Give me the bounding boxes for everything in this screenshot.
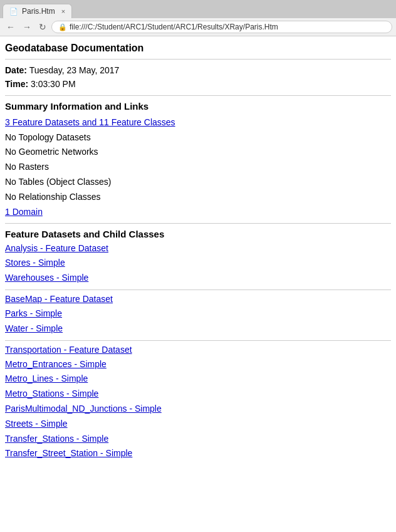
child-transfer-street-station[interactable]: Transfer_Street_Station - Simple [5,446,391,461]
address-text: file:///C:/Student/ARC1/Student/ARC1/Res… [70,23,278,31]
child-stores[interactable]: Stores - Simple [5,256,391,271]
browser-chrome: 📄 Paris.Htm × ← → ↻ 🔒 file:///C:/Student… [0,0,396,36]
summary-item-tables: No Tables (Object Classes) [5,177,111,187]
dataset-analysis: Analysis - Feature Dataset Stores - Simp… [5,243,391,286]
analysis-children: Stores - Simple Warehouses - Simple [5,256,391,286]
tab-close-button[interactable]: × [61,8,65,15]
summary-link-domain[interactable]: 1 Domain [5,207,43,217]
feature-section-title: Feature Datasets and Child Classes [5,229,391,239]
divider-1 [5,59,391,60]
divider-4 [5,289,391,290]
child-streets[interactable]: Streets - Simple [5,417,391,432]
forward-button[interactable]: → [20,21,34,33]
date-row: Date: Tuesday, 23 May, 2017 [5,63,391,77]
transportation-children: Metro_Entrances - Simple Metro_Lines - S… [5,357,391,462]
summary-link-feature-datasets[interactable]: 3 Feature Datasets and 11 Feature Classe… [5,117,175,127]
dataset-transportation-link[interactable]: Transportation - Feature Dataset [5,345,391,355]
dataset-analysis-link[interactable]: Analysis - Feature Dataset [5,243,391,253]
date-value: Tuesday, 23 May, 2017 [29,65,120,75]
nav-bar: ← → ↻ 🔒 file:///C:/Student/ARC1/Student/… [0,18,396,36]
time-row: Time: 3:03:30 PM [5,77,391,91]
summary-item-rasters: No Rasters [5,162,49,172]
divider-2 [5,95,391,96]
tab-bar: 📄 Paris.Htm × [0,0,396,18]
child-parks[interactable]: Parks - Simple [5,306,391,321]
back-button[interactable]: ← [4,21,18,33]
summary-list: 3 Feature Datasets and 11 Feature Classe… [5,115,391,220]
child-transfer-stations[interactable]: Transfer_Stations - Simple [5,432,391,447]
divider-5 [5,340,391,341]
summary-section-title: Summary Information and Links [5,101,391,112]
page-content: Geodatabase Documentation Date: Tuesday,… [0,36,396,471]
time-value: 3:03:30 PM [31,79,76,89]
child-metro-stations[interactable]: Metro_Stations - Simple [5,387,391,402]
tab-icon: 📄 [9,8,18,16]
child-water[interactable]: Water - Simple [5,321,391,336]
child-paris-multimodal[interactable]: ParisMultimodal_ND_Junctions - Simple [5,402,391,417]
tab-title: Paris.Htm [22,7,55,16]
divider-3 [5,223,391,224]
child-warehouses[interactable]: Warehouses - Simple [5,271,391,286]
time-label: Time: [5,79,28,89]
page-title: Geodatabase Documentation [5,43,391,54]
refresh-button[interactable]: ↻ [36,21,49,33]
summary-item-geometric: No Geometric Networks [5,147,98,157]
summary-item-topology: No Topology Datasets [5,132,91,142]
dataset-basemap-link[interactable]: BaseMap - Feature Dataset [5,294,391,304]
dataset-basemap: BaseMap - Feature Dataset Parks - Simple… [5,294,391,336]
child-metro-lines[interactable]: Metro_Lines - Simple [5,372,391,387]
child-metro-entrances[interactable]: Metro_Entrances - Simple [5,357,391,372]
browser-tab[interactable]: 📄 Paris.Htm × [3,4,72,18]
address-icon: 🔒 [58,23,67,31]
dataset-transportation: Transportation - Feature Dataset Metro_E… [5,345,391,462]
basemap-children: Parks - Simple Water - Simple [5,306,391,336]
date-time-block: Date: Tuesday, 23 May, 2017 Time: 3:03:3… [5,63,391,91]
date-label: Date: [5,65,27,75]
address-bar[interactable]: 🔒 file:///C:/Student/ARC1/Student/ARC1/R… [51,21,392,33]
summary-item-relationship: No Relationship Classes [5,192,101,202]
